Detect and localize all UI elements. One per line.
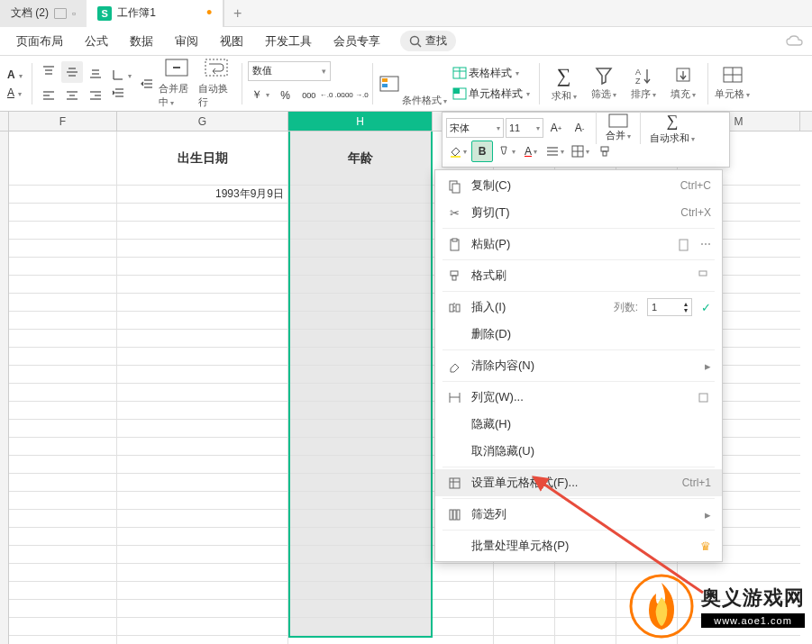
cell[interactable]	[290, 222, 431, 240]
cell[interactable]	[494, 564, 554, 582]
align-middle-button[interactable]	[61, 61, 83, 83]
cell[interactable]	[9, 492, 116, 510]
cell[interactable]	[9, 420, 116, 438]
cell[interactable]	[9, 510, 116, 528]
confirm-icon[interactable]: ✓	[701, 301, 711, 314]
ctx-batch[interactable]: 批量处理单元格(P) ♛	[435, 532, 722, 559]
cell[interactable]	[9, 546, 116, 564]
cell[interactable]	[290, 438, 431, 456]
ctx-format-cells[interactable]: 设置单元格格式(F)... Ctrl+1	[435, 469, 722, 496]
menu-formula[interactable]: 公式	[76, 30, 117, 53]
orientation-button[interactable]	[108, 67, 135, 83]
row-header-strip[interactable]	[0, 132, 9, 644]
mini-merge-button[interactable]: 合并	[602, 113, 634, 142]
mini-border-button[interactable]	[569, 141, 592, 162]
col-g-cells[interactable]: 出生日期 1993年9月9日 for(let i=0;i<24;i++)docu…	[117, 132, 288, 644]
ctx-delete[interactable]: 删除(D)	[435, 321, 722, 348]
col-header-h[interactable]: H	[288, 112, 433, 131]
col-h-cells-selected[interactable]: 年龄 for(let i=0;i<25;i++)document.write('…	[288, 132, 433, 638]
cell[interactable]	[117, 582, 287, 600]
cell[interactable]	[290, 258, 431, 276]
cell[interactable]	[290, 546, 431, 564]
highlight-button[interactable]: A	[4, 85, 26, 101]
cell[interactable]	[290, 420, 431, 438]
outdent-button[interactable]	[137, 76, 157, 92]
align-right-button[interactable]	[85, 85, 106, 106]
percent-button[interactable]: %	[275, 85, 297, 106]
cell[interactable]	[290, 312, 431, 330]
col-width-ext-icon[interactable]	[695, 389, 711, 405]
cell[interactable]	[9, 312, 116, 330]
cell-style-button[interactable]: 单元格样式	[449, 85, 534, 104]
select-all-corner[interactable]	[0, 112, 9, 131]
cell-button[interactable]: 单元格	[714, 59, 752, 109]
cell[interactable]	[555, 564, 616, 582]
cond-format-button[interactable]	[379, 75, 400, 93]
cell[interactable]	[117, 618, 287, 636]
mini-increase-font-button[interactable]: A+	[545, 117, 567, 139]
indent-button[interactable]	[108, 85, 135, 101]
document-tab-inactive[interactable]: 文档 (2) ▫	[0, 0, 87, 27]
menu-member[interactable]: 会员专享	[324, 30, 389, 53]
ctx-unhide[interactable]: 取消隐藏(U)	[435, 438, 722, 465]
mini-font-color-button[interactable]: A	[520, 141, 542, 162]
cell[interactable]	[555, 582, 616, 600]
cell[interactable]	[494, 618, 554, 636]
ctx-hide[interactable]: 隐藏(H)	[435, 411, 722, 438]
insert-cols-spinner[interactable]: 1▴▾	[647, 298, 692, 316]
new-tab-button[interactable]: +	[224, 0, 251, 27]
align-left-button[interactable]	[38, 85, 59, 106]
cell[interactable]	[290, 294, 431, 312]
cell[interactable]	[555, 618, 616, 636]
cell[interactable]	[117, 564, 287, 582]
cell[interactable]	[117, 276, 287, 294]
cell[interactable]	[494, 582, 554, 600]
sum-button[interactable]: ∑ 求和	[545, 59, 583, 109]
format-painter-ext-icon[interactable]	[695, 268, 711, 284]
ctx-format-painter[interactable]: 格式刷	[435, 262, 722, 289]
align-bottom-button[interactable]	[85, 61, 106, 83]
cell[interactable]	[290, 618, 431, 636]
cell[interactable]	[117, 474, 287, 492]
mini-fill-color-button[interactable]	[446, 141, 470, 162]
tab-menu-icon[interactable]: ▫	[72, 7, 76, 20]
dec-decrease-button[interactable]: .00 →.0	[345, 85, 367, 106]
cell[interactable]	[9, 438, 116, 456]
dec-increase-button[interactable]: ←.0 .00	[322, 85, 343, 106]
cell[interactable]	[290, 474, 431, 492]
cell[interactable]	[555, 600, 616, 618]
table-style-button[interactable]: 表格样式	[449, 64, 534, 83]
font-color-button[interactable]: A	[4, 67, 26, 83]
cell[interactable]	[290, 582, 431, 600]
cell[interactable]	[494, 600, 554, 618]
cell[interactable]	[117, 528, 287, 546]
mini-font-size-select[interactable]: 11▾	[506, 118, 543, 138]
cloud-sync-icon[interactable]	[785, 34, 805, 49]
cell[interactable]	[9, 528, 116, 546]
cell[interactable]	[117, 456, 287, 474]
cell[interactable]	[290, 528, 431, 546]
cell[interactable]	[9, 402, 116, 420]
cell[interactable]	[9, 366, 116, 384]
mini-highlight-button[interactable]	[495, 141, 518, 162]
mini-format-painter-button[interactable]	[594, 141, 616, 162]
ctx-cut[interactable]: ✂ 剪切(T) Ctrl+X	[435, 199, 722, 226]
cell[interactable]	[290, 402, 431, 420]
mini-bold-button[interactable]: B	[471, 141, 493, 162]
menu-view[interactable]: 视图	[211, 30, 252, 53]
cell[interactable]	[9, 618, 116, 636]
cell[interactable]	[9, 222, 116, 240]
ctx-clear[interactable]: 清除内容(N) ▸	[435, 352, 722, 379]
header-age[interactable]: 年龄	[290, 132, 431, 186]
mini-decrease-font-button[interactable]: A-	[569, 117, 590, 139]
ctx-copy[interactable]: 复制(C) Ctrl+C	[435, 172, 722, 199]
cell[interactable]	[290, 456, 431, 474]
col-header-g[interactable]: G	[117, 112, 288, 131]
cell[interactable]	[433, 618, 493, 636]
cell[interactable]	[117, 204, 287, 222]
cell[interactable]	[117, 546, 287, 564]
cell[interactable]	[9, 330, 116, 348]
cell[interactable]	[9, 258, 116, 276]
cell[interactable]	[290, 492, 431, 510]
auto-wrap-button[interactable]: 自动换行	[198, 59, 236, 109]
